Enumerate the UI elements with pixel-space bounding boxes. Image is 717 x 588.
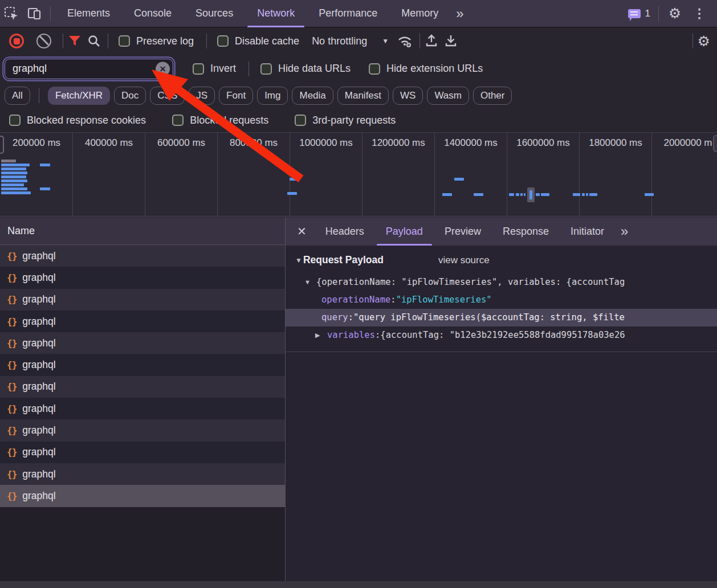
- blocked-requests-checkbox[interactable]: [172, 115, 184, 126]
- tab-sources[interactable]: Sources: [184, 0, 245, 27]
- search-icon[interactable]: [87, 34, 101, 48]
- 3rd-party-requests-checkbox[interactable]: [295, 115, 306, 126]
- request-row[interactable]: {}graphql: [0, 419, 285, 441]
- filter-chip-fetch-xhr[interactable]: Fetch/XHR: [48, 87, 110, 105]
- divider: [658, 6, 659, 21]
- kebab-menu-icon[interactable]: ⋮: [686, 6, 712, 21]
- filter-chip-manifest[interactable]: Manifest: [337, 87, 389, 105]
- network-conditions-icon[interactable]: [397, 34, 413, 48]
- detail-tab-headers[interactable]: Headers: [315, 217, 375, 246]
- view-source-link[interactable]: view source: [438, 255, 490, 266]
- network-toolbar: Preserve log Disable cache No throttling…: [0, 27, 717, 55]
- device-toolbar-icon[interactable]: [23, 2, 46, 25]
- payload-line[interactable]: query: "query ipFlowTimeseries($accountT…: [286, 309, 717, 326]
- filter-chip-doc[interactable]: Doc: [114, 87, 146, 105]
- request-row[interactable]: {}graphql: [0, 398, 285, 419]
- request-row[interactable]: {}graphql: [0, 267, 285, 288]
- json-braces-icon: {}: [7, 425, 17, 436]
- name-column-header[interactable]: Name: [0, 217, 285, 245]
- filter-funnel-icon[interactable]: [68, 35, 82, 47]
- detail-tab-response[interactable]: Response: [492, 217, 560, 246]
- request-row[interactable]: {}graphql: [0, 289, 285, 311]
- filter-input-wrap: ✕: [5, 59, 173, 79]
- inspect-element-icon[interactable]: [0, 2, 23, 25]
- settings-gear-icon[interactable]: ⚙: [663, 2, 686, 25]
- filter-input[interactable]: [5, 59, 173, 79]
- json-braces-icon: {}: [7, 447, 17, 458]
- request-row[interactable]: {}graphql: [0, 245, 285, 267]
- checkbox-label: Blocked requests: [190, 115, 268, 126]
- filter-chip-js[interactable]: JS: [189, 87, 215, 105]
- checkbox-label: Blocked response cookies: [27, 115, 146, 126]
- issues-count[interactable]: 1: [645, 8, 650, 19]
- timeline-request-bar: [520, 193, 523, 196]
- filter-chip-media[interactable]: Media: [292, 87, 333, 105]
- detail-tab-preview[interactable]: Preview: [434, 217, 492, 246]
- export-har-icon[interactable]: [444, 34, 458, 48]
- timeline-request-bar: [1, 164, 30, 166]
- record-network-log-icon[interactable]: [9, 34, 24, 48]
- timeline-request-bar: [287, 192, 297, 195]
- detail-tab-payload[interactable]: Payload: [375, 217, 434, 246]
- payload-value: "ipFlowTimeseries": [396, 291, 492, 309]
- request-row[interactable]: {}graphql: [0, 376, 285, 398]
- invert-checkbox[interactable]: [193, 63, 204, 75]
- network-settings-gear-icon[interactable]: ⚙: [698, 34, 710, 48]
- timeline-tick-label: 1000000 ms: [290, 137, 362, 149]
- payload-line: operationName: "ipFlowTimeseries": [286, 291, 717, 309]
- request-row[interactable]: {}graphql: [0, 332, 285, 354]
- hide-extension-urls-checkbox[interactable]: [369, 63, 380, 75]
- request-row[interactable]: {}graphql: [0, 485, 285, 507]
- throttling-dropdown[interactable]: No throttling ▼: [312, 35, 389, 47]
- clear-network-log-icon[interactable]: [36, 34, 51, 48]
- tab-elements[interactable]: Elements: [55, 0, 122, 27]
- more-detail-tabs-icon[interactable]: »: [615, 223, 633, 239]
- network-overview-timeline[interactable]: 200000 ms400000 ms600000 ms800000 ms1000…: [0, 132, 717, 217]
- filter-chip-wasm[interactable]: Wasm: [427, 87, 469, 105]
- request-row[interactable]: {}graphql: [0, 354, 285, 375]
- request-name: graphql: [22, 490, 55, 502]
- hide-data-urls-checkbox[interactable]: [260, 63, 272, 75]
- blocked-response-cookies-checkbox[interactable]: [9, 115, 21, 126]
- more-filters-row: Blocked response cookiesBlocked requests…: [0, 108, 717, 132]
- filter-chip-other[interactable]: Other: [473, 87, 512, 105]
- timeline-request-bar: [454, 178, 464, 181]
- json-braces-icon: {}: [7, 316, 17, 327]
- tab-memory[interactable]: Memory: [389, 0, 450, 27]
- filter-chip-ws[interactable]: WS: [393, 87, 423, 105]
- timeline-request-bar: [509, 193, 514, 196]
- tab-network[interactable]: Network: [245, 0, 307, 27]
- request-row[interactable]: {}graphql: [0, 311, 285, 332]
- json-braces-icon: {}: [7, 491, 17, 501]
- payload-colon: :: [390, 291, 396, 309]
- payload-line: ▼{operationName: "ipFlowTimeseries", var…: [286, 273, 717, 291]
- preserve-log-checkbox[interactable]: [119, 35, 130, 47]
- request-row[interactable]: {}graphql: [0, 463, 285, 485]
- json-braces-icon: {}: [7, 360, 17, 370]
- disable-cache-checkbox[interactable]: [217, 35, 229, 47]
- devtools-window: ElementsConsoleSourcesNetworkPerformance…: [0, 0, 717, 588]
- filter-chip-font[interactable]: Font: [219, 87, 253, 105]
- clear-filter-icon[interactable]: ✕: [156, 62, 170, 76]
- close-details-icon[interactable]: ✕: [297, 224, 307, 238]
- json-braces-icon: {}: [7, 381, 17, 392]
- request-name: graphql: [22, 403, 55, 415]
- timeline-request-bar: [573, 193, 580, 196]
- request-row[interactable]: {}graphql: [0, 442, 285, 463]
- divider: [419, 34, 420, 48]
- timeline-tick-label: 800000 ms: [218, 137, 290, 149]
- more-tabs-icon[interactable]: »: [450, 6, 468, 22]
- payload-colon: :: [375, 326, 380, 344]
- import-har-icon[interactable]: [425, 34, 438, 48]
- tab-performance[interactable]: Performance: [307, 0, 389, 27]
- filter-chip-css[interactable]: CSS: [150, 87, 185, 105]
- payload-section-title: Request Payload: [303, 254, 384, 266]
- issues-icon[interactable]: [628, 9, 641, 18]
- filter-chip-all[interactable]: All: [5, 87, 30, 105]
- tree-toggle-icon[interactable]: ▼: [304, 273, 316, 291]
- detail-tab-initiator[interactable]: Initiator: [560, 217, 615, 246]
- filter-chip-img[interactable]: Img: [257, 87, 288, 105]
- tab-console[interactable]: Console: [122, 0, 184, 27]
- tree-toggle-icon[interactable]: ▶: [315, 326, 327, 344]
- payload-collapse-icon[interactable]: ▼: [295, 256, 302, 264]
